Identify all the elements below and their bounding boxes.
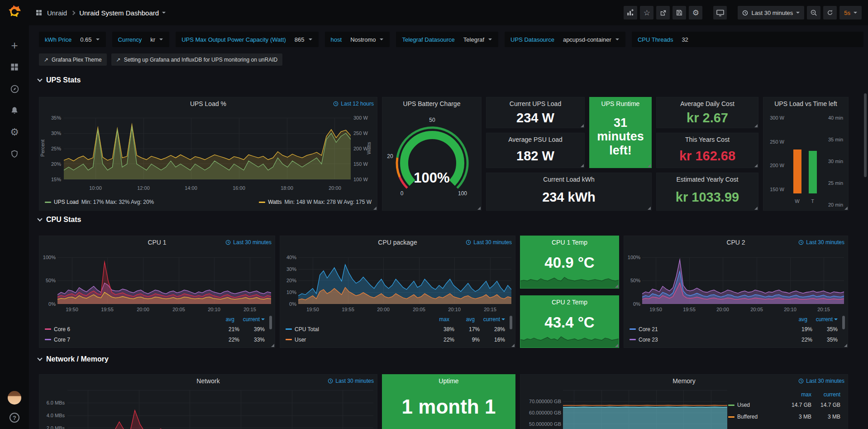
legend-item-ups-load[interactable]: UPS LoadMin: 17% Max: 32% Avg: 20% — [45, 199, 154, 205]
legend-column-header[interactable]: avg — [782, 316, 807, 323]
variable-kwh-price: kWh Price 0.65 — [39, 32, 106, 47]
legend-row[interactable]: CPU Total 38% 17% 28% — [286, 324, 505, 334]
explore-button[interactable] — [5, 80, 24, 98]
y-tick: 15% — [40, 177, 61, 182]
panel-title[interactable]: Average PSU Load — [508, 136, 563, 143]
breadcrumb-app[interactable]: Unraid — [47, 9, 67, 17]
legend-row[interactable]: Used 14.7 GB 14.7 GB — [728, 399, 840, 411]
panel-title[interactable]: UPS Runtime — [601, 100, 640, 107]
dashboard-title-dropdown[interactable]: Unraid System Dashboard — [79, 9, 166, 17]
legend-column-header[interactable]: avg — [209, 316, 234, 323]
create-button[interactable]: + — [5, 36, 24, 54]
variable-value-dropdown[interactable]: apcupsd-container — [558, 34, 624, 45]
panel-title[interactable]: CPU 2 Temp — [552, 299, 587, 306]
alerting-button[interactable] — [5, 101, 24, 120]
legend-item-watts[interactable]: WattsMin: 148 W Max: 278 W Avg: 175 W — [259, 199, 372, 205]
legend-row[interactable]: User 22% 9% 16% — [286, 334, 505, 345]
panel-time-range[interactable]: Last 30 minutes — [328, 378, 374, 384]
cpu1-chart[interactable] — [57, 257, 271, 304]
row-header-network-memory[interactable]: Network / Memory — [38, 355, 109, 363]
legend-column-header[interactable]: current — [475, 316, 500, 323]
panel-title[interactable]: CPU 1 — [148, 239, 166, 246]
panel-ups-battery-charge: UPS Battery Charge 0 20 50 100 100% — [382, 97, 482, 211]
link-ups-monitoring-guide[interactable]: ↗ Setting up Grafana and InfluxDB for UP… — [111, 53, 283, 66]
panel-current-ups-load: Current UPS Load 234 W — [486, 97, 585, 128]
refresh-interval-picker[interactable]: 5s — [839, 6, 862, 19]
star-button[interactable]: ☆ — [640, 6, 653, 19]
panel-time-range[interactable]: Last 30 minutes — [798, 239, 844, 246]
panel-title[interactable]: Average Daily Cost — [680, 100, 734, 107]
panel-title[interactable]: UPS Load % — [190, 100, 226, 107]
legend-row[interactable]: Core 21 19% 35% — [630, 324, 838, 334]
row-header-ups-stats[interactable]: UPS Stats — [38, 76, 81, 84]
scrollbar-thumb[interactable] — [864, 93, 867, 177]
network-chart[interactable] — [67, 390, 373, 429]
panel-title[interactable]: Current Load kWh — [543, 176, 595, 183]
legend-row[interactable]: Buffered 3 MB 3 MB — [728, 411, 840, 423]
cpu-package-chart[interactable] — [298, 257, 511, 304]
legend-column-header[interactable]: current — [807, 316, 833, 323]
panel-time-range[interactable]: Last 30 minutes — [225, 239, 272, 246]
add-panel-button[interactable] — [624, 6, 637, 19]
dashboards-button[interactable] — [5, 58, 24, 76]
panel-time-range[interactable]: Last 30 minutes — [466, 239, 512, 246]
refresh-button[interactable] — [823, 6, 837, 19]
variable-value-dropdown[interactable]: 865 — [290, 34, 317, 45]
panel-title[interactable]: Estimated Yearly Cost — [677, 176, 739, 183]
dashboard-settings-button[interactable]: ⚙ — [689, 6, 702, 19]
panel-title[interactable]: Uptime — [439, 377, 458, 385]
save-button[interactable] — [672, 6, 686, 19]
time-range-picker[interactable]: Last 30 minutes — [738, 6, 804, 19]
cycle-view-button[interactable] — [713, 6, 727, 19]
panel-title[interactable]: CPU package — [378, 239, 417, 246]
bell-icon — [10, 106, 19, 115]
panel-cpu-1: CPU 1 Last 30 minutes 100% 50% 0% 19:50 … — [39, 236, 275, 348]
legend-column-header[interactable]: avg — [449, 316, 475, 323]
legend-column-header[interactable]: current — [234, 316, 260, 323]
y-tick: 10% — [281, 289, 296, 295]
panel-title[interactable]: UPS Battery Charge — [403, 100, 461, 107]
cpu-threads-input[interactable] — [677, 34, 862, 45]
ups-load-chart[interactable] — [64, 118, 351, 179]
legend-column-header[interactable]: current — [811, 391, 840, 398]
share-button[interactable] — [656, 6, 670, 19]
panel-title[interactable]: Memory — [672, 377, 696, 385]
variable-value-dropdown[interactable]: Telegraf — [459, 34, 496, 45]
legend-row[interactable]: Core 6 21% 39% — [45, 324, 265, 334]
help-button[interactable]: ? — [10, 413, 19, 423]
legend-header: max avg current — [286, 315, 505, 324]
bar-chart[interactable] — [785, 118, 825, 193]
variable-value-dropdown[interactable]: kr — [146, 34, 167, 45]
user-avatar[interactable] — [8, 391, 21, 405]
memory-chart[interactable] — [563, 390, 727, 429]
panel-title[interactable]: Network — [196, 377, 219, 385]
legend-scrollbar[interactable] — [842, 316, 845, 329]
panel-time-range[interactable]: Last 12 hours — [333, 101, 374, 107]
panel-time-range[interactable]: Last 30 minutes — [798, 378, 844, 384]
link-grafana-plex-theme[interactable]: ↗ Grafana Plex Theme — [39, 53, 107, 66]
grafana-logo[interactable] — [7, 5, 22, 20]
variable-value-dropdown[interactable]: Nostromo — [346, 34, 388, 45]
server-admin-button[interactable] — [5, 145, 24, 163]
configuration-button[interactable]: ⚙ — [5, 123, 24, 141]
row-header-cpu-stats[interactable]: CPU Stats — [38, 216, 81, 224]
legend-row[interactable]: Core 7 22% 33% — [45, 334, 265, 345]
zoom-out-button[interactable] — [807, 6, 820, 19]
panel-title[interactable]: Current UPS Load — [510, 100, 561, 107]
legend-column-header[interactable]: max — [424, 316, 449, 323]
legend-row[interactable]: Core 23 22% 35% — [630, 334, 838, 345]
panel-title[interactable]: CPU 2 — [726, 239, 745, 246]
apps-grid-icon[interactable] — [35, 9, 43, 16]
zoom-out-icon — [810, 9, 818, 17]
variable-value-dropdown[interactable]: 0.65 — [76, 34, 104, 45]
panel-title[interactable]: UPS Load vs Time left — [774, 100, 837, 107]
legend-column-header[interactable]: max — [782, 391, 811, 398]
legend-scrollbar[interactable] — [269, 316, 272, 329]
cpu2-chart[interactable] — [642, 257, 844, 304]
legend-scrollbar[interactable] — [510, 316, 512, 329]
panel-title[interactable]: CPU 1 Temp — [552, 239, 587, 246]
stat-value: 40.9 °C — [520, 254, 619, 271]
y-tick: 300 W — [353, 115, 376, 121]
series-color-swatch — [728, 416, 734, 418]
panel-title[interactable]: This Years Cost — [685, 136, 730, 143]
